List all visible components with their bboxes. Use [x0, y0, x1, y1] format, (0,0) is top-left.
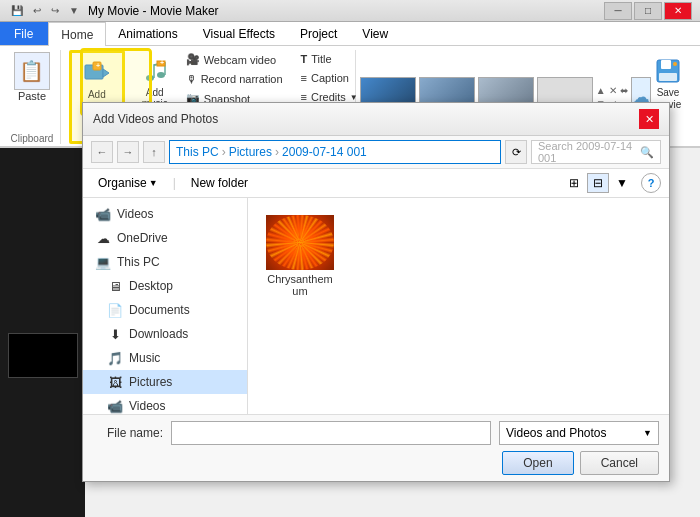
maximize-btn[interactable]: □ [634, 2, 662, 20]
file-type-select[interactable]: Videos and Photos ▼ [499, 421, 659, 445]
movie-preview [8, 333, 78, 378]
tab-home[interactable]: Home [48, 22, 106, 46]
up-button[interactable]: ↑ [143, 141, 165, 163]
dialog-title-bar: Add Videos and Photos ✕ [83, 103, 669, 136]
webcam-video-button[interactable]: 🎥 Webcam video [181, 50, 288, 69]
nav-item-documents[interactable]: 📄 Documents [83, 298, 247, 322]
file-label-chrysanthemum: Chrysanthemum [265, 273, 335, 297]
toolbar-separator: | [173, 176, 176, 190]
open-button[interactable]: Open [502, 451, 573, 475]
onedrive-icon: ☁ [95, 230, 111, 246]
redo-btn[interactable]: ↪ [48, 4, 62, 17]
view-list-btn[interactable]: ⊟ [587, 173, 609, 193]
cancel-button[interactable]: Cancel [580, 451, 659, 475]
crumb-pictures[interactable]: Pictures [229, 145, 272, 159]
view-buttons: ⊞ ⊟ ▼ [563, 173, 633, 193]
tab-view[interactable]: View [350, 22, 401, 45]
undo-btn[interactable]: ↩ [30, 4, 44, 17]
refresh-button[interactable]: ⟳ [505, 140, 527, 164]
nav-label-music: Music [129, 351, 160, 365]
crumb-this-pc[interactable]: This PC [176, 145, 219, 159]
title-button[interactable]: T Title [296, 50, 363, 68]
paste-icon: 📋 [14, 52, 50, 90]
paste-button[interactable]: 📋 Paste [6, 50, 58, 104]
tab-visual-effects[interactable]: Visual Effects [191, 22, 288, 45]
desktop-icon: 🖥 [107, 278, 123, 294]
file-chrysanthemum[interactable]: Chrysanthemum [260, 210, 340, 302]
add-music-icon: + [139, 55, 171, 87]
nav-item-this-pc[interactable]: 💻 This PC [83, 250, 247, 274]
browser-body: 📹 Videos ☁ OneDrive 💻 This PC 🖥 Desktop … [83, 198, 669, 414]
nav-label-onedrive: OneDrive [117, 231, 168, 245]
nav-label-downloads: Downloads [129, 327, 188, 341]
svg-point-12 [673, 62, 677, 66]
save-movie-icon [652, 55, 684, 87]
record-label: Record narration [201, 73, 283, 85]
search-icon: 🔍 [640, 146, 654, 159]
file-name-row: File name: Videos and Photos ▼ [93, 421, 659, 445]
forward-button[interactable]: → [117, 141, 139, 163]
organise-button[interactable]: Organise ▼ [91, 173, 165, 193]
dialog-title: Add Videos and Photos [93, 112, 218, 126]
organise-chevron: ▼ [149, 178, 158, 188]
dialog-close-button[interactable]: ✕ [639, 109, 659, 129]
chrysanthemum-image [266, 215, 334, 270]
videos-icon: 📹 [95, 206, 111, 222]
title-label: Title [311, 53, 331, 65]
nav-item-desktop[interactable]: 🖥 Desktop [83, 274, 247, 298]
save-quick-btn[interactable]: 💾 [8, 4, 26, 17]
caption-icon: ≡ [301, 72, 307, 84]
nav-item-videos[interactable]: 📹 Videos [83, 202, 247, 226]
caption-button[interactable]: ≡ Caption [296, 69, 363, 87]
title-icon: T [301, 53, 308, 65]
add-videos-dialog: Add Videos and Photos ✕ ← → ↑ This PC › … [82, 102, 670, 482]
dropdown-btn[interactable]: ▼ [66, 4, 82, 17]
help-button[interactable]: ? [641, 173, 661, 193]
nav-label-videos: Videos [117, 207, 153, 221]
icon-b: ✕ [609, 85, 617, 96]
file-name-label: File name: [93, 426, 163, 440]
paste-label: Paste [18, 90, 46, 102]
downloads-icon: ⬇ [107, 326, 123, 342]
svg-rect-10 [661, 60, 671, 69]
quick-access-toolbar: 💾 ↩ ↪ ▼ [8, 4, 82, 17]
title-bar-title: My Movie - Movie Maker [88, 4, 219, 18]
title-bar: 💾 ↩ ↪ ▼ My Movie - Movie Maker ─ □ ✕ [0, 0, 700, 22]
tab-file[interactable]: File [0, 22, 48, 45]
minimize-btn[interactable]: ─ [604, 2, 632, 20]
window-controls: ─ □ ✕ [604, 2, 692, 20]
search-box[interactable]: Search 2009-07-14 001 🔍 [531, 140, 661, 164]
svg-text:+: + [96, 62, 100, 69]
dialog-bottom: File name: Videos and Photos ▼ Open Canc… [83, 414, 669, 481]
nav-item-onedrive[interactable]: ☁ OneDrive [83, 226, 247, 250]
address-path[interactable]: This PC › Pictures › 2009-07-14 001 [169, 140, 501, 164]
nav-item-videos2[interactable]: 📹 Videos [83, 394, 247, 414]
nav-item-music[interactable]: 🎵 Music [83, 346, 247, 370]
pictures-icon: 🖼 [107, 374, 123, 390]
nav-label-documents: Documents [129, 303, 190, 317]
icon-c: ⬌ [620, 85, 628, 96]
svg-point-5 [157, 72, 165, 78]
nav-item-downloads[interactable]: ⬇ Downloads [83, 322, 247, 346]
tab-animations[interactable]: Animations [106, 22, 190, 45]
view-dropdown-btn[interactable]: ▼ [611, 173, 633, 193]
file-name-input[interactable] [171, 421, 491, 445]
new-folder-button[interactable]: New folder [184, 173, 255, 193]
videos2-icon: 📹 [107, 398, 123, 414]
record-narration-button[interactable]: 🎙 Record narration [181, 70, 288, 88]
nav-label-desktop: Desktop [129, 279, 173, 293]
clipboard-group-label: Clipboard [11, 133, 54, 144]
close-btn[interactable]: ✕ [664, 2, 692, 20]
back-button[interactable]: ← [91, 141, 113, 163]
search-placeholder: Search 2009-07-14 001 [538, 140, 640, 164]
svg-point-4 [146, 75, 154, 81]
view-extra-btn[interactable]: ⊞ [563, 173, 585, 193]
webcam-icon: 🎥 [186, 53, 200, 66]
tab-project[interactable]: Project [288, 22, 350, 45]
crumb-folder[interactable]: 2009-07-14 001 [282, 145, 367, 159]
file-type-chevron: ▼ [643, 428, 652, 438]
documents-icon: 📄 [107, 302, 123, 318]
nav-item-pictures[interactable]: 🖼 Pictures [83, 370, 247, 394]
organise-label: Organise [98, 176, 147, 190]
nav-label-videos2: Videos [129, 399, 165, 413]
